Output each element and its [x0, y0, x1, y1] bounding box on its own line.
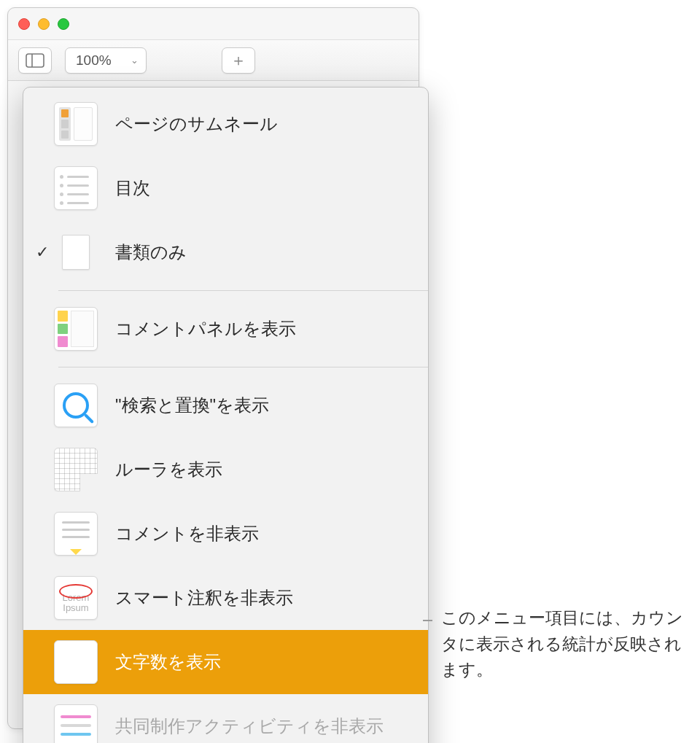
zoom-label: 100% — [76, 52, 112, 69]
menu-item-label: "検索と置換"を表示 — [115, 394, 269, 417]
menu-item-toc[interactable]: 目次 — [23, 156, 428, 220]
menu-item-page-thumbnails[interactable]: ページのサムネール — [23, 92, 428, 156]
comments-panel-icon — [54, 307, 98, 351]
note-icon — [54, 512, 98, 556]
ruler-icon — [54, 448, 98, 491]
menu-item-label: 目次 — [115, 176, 150, 200]
menu-separator — [58, 290, 428, 291]
titlebar — [8, 8, 419, 40]
menu-item-show-ruler[interactable]: ルーラを表示 — [23, 437, 428, 502]
checkmark-icon: ✓ — [31, 243, 54, 262]
close-icon[interactable] — [18, 18, 30, 30]
plus-icon: ＋ — [230, 50, 246, 71]
window-controls — [18, 18, 69, 30]
minimize-icon[interactable] — [38, 18, 50, 30]
menu-item-label: コメントパネルを表示 — [115, 317, 296, 341]
menu-item-label: ページのサムネール — [115, 112, 278, 136]
view-menu-button[interactable] — [18, 47, 52, 74]
menu-item-hide-collaboration-activity: 共同制作アクティビティを非表示 — [23, 694, 428, 743]
menu-item-label: 共同制作アクティビティを非表示 — [115, 715, 384, 738]
search-icon — [54, 384, 98, 427]
toolbar: 100% ⌄ ＋ — [8, 40, 419, 81]
menu-item-label: スマート注釈を非表示 — [115, 586, 293, 610]
word-count-badge: 42 — [66, 652, 86, 672]
sidebar-icon — [26, 53, 44, 68]
menu-item-label: 書類のみ — [115, 241, 187, 264]
toc-icon — [54, 166, 98, 210]
view-dropdown-menu: ページのサムネール 目次 ✓ 書類のみ — [23, 87, 429, 743]
menu-item-label: 文字数を表示 — [115, 650, 221, 674]
menu-item-show-word-count[interactable]: 42 文字数を表示 — [23, 630, 428, 694]
collaboration-icon — [54, 704, 98, 743]
thumbnails-icon — [54, 102, 98, 146]
maximize-icon[interactable] — [58, 18, 69, 30]
menu-item-hide-smart-annotations[interactable]: LoremIpsum スマート注釈を非表示 — [23, 566, 428, 630]
callout-text: このメニュー項目には、カウンタに表示される統計が反映されます。 — [441, 605, 685, 683]
menu-item-hide-comments[interactable]: コメントを非表示 — [23, 502, 428, 566]
menu-item-label: ルーラを表示 — [115, 458, 222, 481]
add-page-button[interactable]: ＋ — [222, 47, 255, 74]
menu-item-show-find-replace[interactable]: "検索と置換"を表示 — [23, 373, 428, 437]
menu-item-show-comments-panel[interactable]: コメントパネルを表示 — [23, 297, 428, 361]
chevron-down-icon: ⌄ — [131, 55, 139, 66]
smart-annotation-icon: LoremIpsum — [54, 576, 98, 620]
callout-leader-line — [423, 620, 432, 621]
app-window: 100% ⌄ ＋ ページのサムネール — [7, 7, 419, 729]
menu-separator — [58, 367, 428, 367]
menu-item-document-only[interactable]: ✓ 書類のみ — [23, 220, 428, 284]
document-only-icon — [54, 230, 98, 274]
zoom-select[interactable]: 100% ⌄ — [65, 47, 147, 74]
menu-item-label: コメントを非表示 — [115, 522, 259, 545]
annotation-callout: このメニュー項目には、カウンタに表示される統計が反映されます。 — [423, 605, 685, 683]
word-count-icon: 42 — [54, 640, 98, 684]
svg-rect-0 — [26, 54, 44, 67]
